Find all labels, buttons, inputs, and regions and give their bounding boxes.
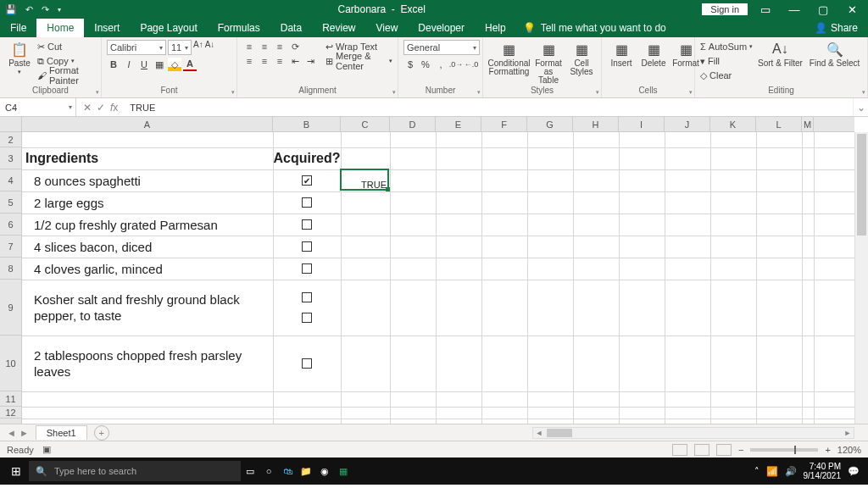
tell-me[interactable]: 💡 Tell me what you want to do — [523, 19, 666, 37]
new-sheet-button[interactable]: + — [94, 425, 109, 441]
increase-font-icon[interactable]: A↑ — [193, 40, 203, 55]
indent-inc-icon[interactable]: ⇥ — [303, 54, 317, 68]
underline-button[interactable]: U — [137, 58, 151, 71]
checkbox-6[interactable] — [302, 219, 312, 230]
ingredient-6[interactable]: 1/2 cup freshly grated Parmesan — [22, 214, 273, 236]
indent-dec-icon[interactable]: ⇤ — [288, 54, 302, 68]
horizontal-scroll-thumb[interactable] — [547, 429, 572, 437]
page-break-view-button[interactable] — [716, 444, 732, 456]
col-header-C[interactable]: C — [341, 117, 390, 131]
redo-icon[interactable]: ↷ — [42, 4, 49, 15]
decrease-font-icon[interactable]: A↓ — [205, 40, 215, 55]
taskbar-search[interactable]: 🔍 Type here to search — [29, 461, 241, 481]
taskbar-app-chrome[interactable]: ◉ — [315, 462, 334, 480]
col-header-L[interactable]: L — [756, 117, 802, 131]
format-as-table-button[interactable]: ▦Format as Table — [533, 40, 564, 85]
cut-button[interactable]: ✂Cut — [37, 40, 96, 53]
tab-home[interactable]: Home — [36, 19, 84, 37]
tab-help[interactable]: Help — [475, 19, 516, 37]
taskbar-app-excel[interactable]: ▦ — [334, 462, 353, 480]
number-format-select[interactable]: General — [403, 40, 480, 55]
page-layout-view-button[interactable] — [694, 444, 709, 456]
acquired-cell-6[interactable] — [273, 214, 341, 236]
row-header-2[interactable]: 2 — [0, 132, 21, 147]
checkbox-5[interactable] — [302, 197, 312, 208]
sign-in-button[interactable]: Sign in — [702, 3, 748, 15]
qat-more-icon[interactable]: ▾ — [58, 6, 61, 14]
taskbar-app-cortana[interactable]: ○ — [259, 462, 278, 480]
fill-color-button[interactable]: ◇ — [168, 58, 181, 71]
align-center-icon[interactable]: ≡ — [258, 54, 271, 68]
ingredient-8[interactable]: 4 cloves garlic, minced — [22, 258, 273, 280]
macro-record-icon[interactable]: ▣ — [42, 444, 51, 455]
checkbox-9b[interactable] — [302, 313, 312, 323]
bold-button[interactable]: B — [107, 58, 120, 71]
cells-area[interactable]: IngredientsAcquired?8 ounces spaghetti✔2… — [22, 132, 854, 424]
task-view-icon[interactable]: ▭ — [241, 462, 259, 480]
expand-formula-icon[interactable]: ⌄ — [853, 98, 868, 116]
font-size-select[interactable]: 11 — [168, 40, 192, 55]
row-header-4[interactable]: 4 — [0, 169, 21, 191]
maximize-button[interactable]: ▢ — [812, 3, 834, 16]
vertical-scroll-thumb[interactable] — [857, 134, 866, 236]
ingredient-4[interactable]: 8 ounces spaghetti — [22, 169, 273, 191]
tray-chevron-icon[interactable]: ˄ — [754, 466, 760, 477]
inc-decimal-icon[interactable]: .0→ — [449, 58, 463, 71]
clear-button[interactable]: ◇Clear — [700, 69, 753, 82]
checkbox-7[interactable] — [302, 241, 312, 252]
delete-cells-button[interactable]: ▦Delete — [639, 40, 668, 68]
taskbar-app-explorer[interactable]: 📁 — [297, 462, 315, 480]
cancel-formula-icon[interactable]: ✕ — [83, 102, 92, 114]
tab-file[interactable]: File — [0, 19, 36, 37]
row-header-9[interactable]: 9 — [0, 280, 21, 336]
acquired-cell-9[interactable] — [273, 280, 341, 336]
percent-icon[interactable]: % — [419, 58, 432, 71]
start-button[interactable]: ⊞ — [3, 464, 29, 478]
tab-developer[interactable]: Developer — [408, 19, 475, 37]
col-header-G[interactable]: G — [527, 117, 573, 131]
save-icon[interactable]: 💾 — [5, 4, 17, 15]
cell-styles-button[interactable]: ▦Cell Styles — [567, 40, 596, 76]
ingredient-9[interactable]: Kosher salt and freshly ground black pep… — [22, 280, 273, 336]
row-header-5[interactable]: 5 — [0, 191, 21, 214]
align-left-icon[interactable]: ≡ — [242, 54, 256, 68]
col-header-F[interactable]: F — [481, 117, 527, 131]
find-select-button[interactable]: 🔍Find & Select — [808, 40, 861, 68]
align-top-icon[interactable]: ≡ — [242, 40, 256, 53]
zoom-in-button[interactable]: + — [825, 445, 830, 455]
comma-icon[interactable]: , — [434, 58, 448, 71]
ingredient-7[interactable]: 4 slices bacon, diced — [22, 236, 273, 258]
acquired-cell-10[interactable] — [273, 336, 341, 391]
tab-data[interactable]: Data — [270, 19, 312, 37]
checkbox-8[interactable] — [302, 263, 312, 274]
col-header-I[interactable]: I — [619, 117, 665, 131]
tray-volume-icon[interactable]: 🔊 — [785, 466, 797, 477]
align-middle-icon[interactable]: ≡ — [258, 40, 271, 53]
zoom-out-button[interactable]: − — [738, 445, 743, 455]
taskbar-app-store[interactable]: 🛍 — [278, 462, 297, 480]
share-button[interactable]: 👤 Share — [804, 19, 868, 37]
fill-button[interactable]: ▾Fill — [700, 54, 753, 68]
col-header-J[interactable]: J — [665, 117, 710, 131]
italic-button[interactable]: I — [122, 58, 136, 71]
checkbox-4[interactable]: ✔ — [302, 175, 312, 186]
merge-center-button[interactable]: ⊞Merge & Center▾ — [326, 54, 392, 68]
tab-review[interactable]: Review — [312, 19, 365, 37]
autosum-button[interactable]: ΣAutoSum▾ — [700, 40, 753, 53]
align-bottom-icon[interactable]: ≡ — [273, 40, 287, 53]
ingredients-header[interactable]: Ingredients — [22, 147, 273, 169]
acquired-cell-4[interactable]: ✔ — [273, 169, 341, 191]
tab-view[interactable]: View — [366, 19, 409, 37]
enter-formula-icon[interactable]: ✓ — [97, 102, 105, 114]
worksheet-grid[interactable]: ABCDEFGHIJKLM 23456789101112 Ingredients… — [0, 117, 868, 424]
acquired-cell-7[interactable] — [273, 236, 341, 258]
fx-icon[interactable]: fx — [110, 102, 118, 114]
close-button[interactable]: ✕ — [841, 3, 863, 16]
sheet-nav-prev-icon[interactable]: ◄ — [7, 428, 16, 438]
checkbox-10[interactable] — [302, 358, 312, 369]
sheet-tab[interactable]: Sheet1 — [36, 425, 87, 440]
font-color-button[interactable]: A — [183, 58, 197, 71]
currency-icon[interactable]: $ — [403, 58, 417, 71]
name-box[interactable]: C4 — [0, 98, 76, 116]
tab-formulas[interactable]: Formulas — [208, 19, 270, 37]
